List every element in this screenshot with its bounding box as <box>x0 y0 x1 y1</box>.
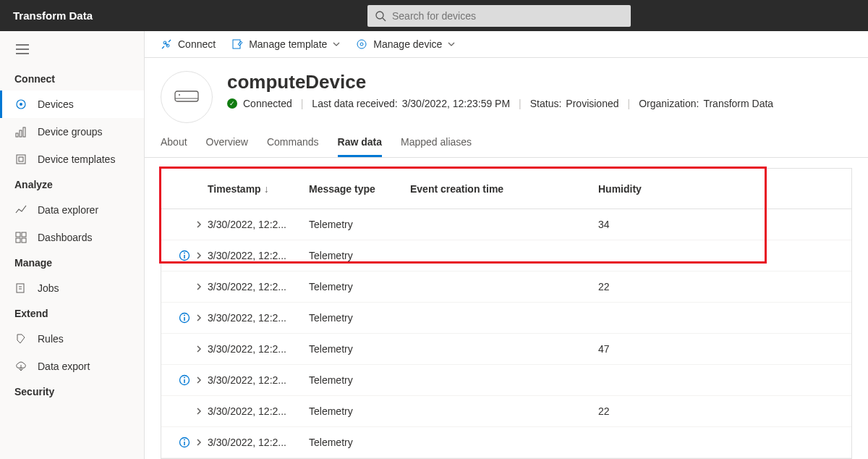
menu-toggle[interactable] <box>0 40 144 67</box>
toolbar-connect[interactable]: Connect <box>161 38 216 50</box>
cell-timestamp: 3/30/2022, 12:2... <box>205 437 306 448</box>
manage-device-icon <box>356 38 367 50</box>
col-timestamp[interactable]: Timestamp↓ <box>205 183 306 195</box>
device-connected: Connected <box>243 98 292 109</box>
org-label: Organization: <box>639 98 699 109</box>
expand-row-icon[interactable] <box>196 282 202 291</box>
tab-overview[interactable]: Overview <box>206 136 248 157</box>
data-explorer-icon <box>14 203 27 216</box>
raw-data-table: Timestamp↓ Message type Event creation t… <box>161 168 852 459</box>
col-message-type[interactable]: Message type <box>306 183 407 195</box>
tab-raw-data[interactable]: Raw data <box>338 136 382 157</box>
separator: | <box>624 98 635 109</box>
svg-rect-22 <box>233 40 240 49</box>
last-data-value: 3/30/2022, 12:23:59 PM <box>402 98 510 109</box>
cell-message-type: Telemetry <box>306 312 407 324</box>
svg-point-6 <box>20 103 22 106</box>
svg-point-33 <box>184 315 185 316</box>
cell-message-type: Telemetry <box>306 437 407 448</box>
main: Connect Manage template Manage device co… <box>145 31 868 459</box>
toolbar-manage-template-label: Manage template <box>249 38 327 50</box>
cell-message-type: Telemetry <box>306 374 407 386</box>
sidebar-item-device-templates[interactable]: Device templates <box>0 146 144 173</box>
last-data-label: Last data received: <box>312 98 397 109</box>
chevron-down-icon <box>448 42 455 46</box>
sidebar-item-device-groups[interactable]: Device groups <box>0 118 144 146</box>
col-event-time[interactable]: Event creation time <box>407 183 595 195</box>
chevron-down-icon <box>333 42 340 46</box>
svg-rect-15 <box>22 238 26 243</box>
nav-heading-analyze: Analyze <box>0 173 144 196</box>
topbar: Transform Data <box>0 0 868 31</box>
sidebar-item-devices[interactable]: Devices <box>0 90 144 118</box>
rules-icon <box>14 332 27 345</box>
expand-row-icon[interactable] <box>196 376 202 384</box>
device-header: computeDevice ✓ Connected | Last data re… <box>145 58 868 123</box>
expand-row-icon[interactable] <box>196 251 202 260</box>
info-icon <box>179 437 190 448</box>
sidebar-item-jobs[interactable]: Jobs <box>0 274 144 302</box>
device-title: computeDevice <box>227 71 773 93</box>
sidebar-item-dashboards[interactable]: Dashboards <box>0 224 144 251</box>
nav-label: Device groups <box>38 126 103 138</box>
sidebar-item-data-export[interactable]: Data export <box>0 353 144 380</box>
search-input[interactable] <box>367 5 631 27</box>
search-wrap <box>367 5 631 27</box>
sidebar-item-rules[interactable]: Rules <box>0 325 144 353</box>
expand-row-icon[interactable] <box>196 313 202 322</box>
svg-rect-12 <box>16 232 20 237</box>
tab-about[interactable]: About <box>161 136 187 157</box>
svg-rect-25 <box>175 91 198 101</box>
tab-mapped-aliases[interactable]: Mapped aliases <box>401 136 472 157</box>
nav-heading-connect: Connect <box>0 67 144 90</box>
device-groups-icon <box>14 125 27 138</box>
nav-label: Devices <box>38 98 74 110</box>
svg-point-30 <box>184 253 185 254</box>
cell-timestamp: 3/30/2022, 12:2... <box>205 312 306 324</box>
separator: | <box>514 98 526 109</box>
manage-template-icon <box>231 38 243 50</box>
nav-label: Data explorer <box>38 204 98 216</box>
device-icon <box>161 71 213 123</box>
table-row[interactable]: 3/30/2022, 12:2...Telemetry47 <box>161 334 851 365</box>
expand-row-icon[interactable] <box>196 220 202 229</box>
toolbar-connect-label: Connect <box>178 38 216 50</box>
data-export-icon <box>14 360 27 373</box>
cell-timestamp: 3/30/2022, 12:2... <box>205 405 306 417</box>
table-row[interactable]: 3/30/2022, 12:2...Telemetry22 <box>161 396 851 427</box>
toolbar-manage-device[interactable]: Manage device <box>356 38 455 50</box>
table-row[interactable]: 3/30/2022, 12:2...Telemetry34 <box>161 209 851 240</box>
cell-message-type: Telemetry <box>306 281 407 292</box>
tab-commands[interactable]: Commands <box>267 136 319 157</box>
cell-message-type: Telemetry <box>306 250 407 261</box>
sidebar-item-data-explorer[interactable]: Data explorer <box>0 196 144 224</box>
table-row[interactable]: 3/30/2022, 12:2...Telemetry <box>161 365 851 396</box>
info-icon <box>179 250 190 261</box>
svg-rect-7 <box>16 133 18 137</box>
expand-row-icon[interactable] <box>196 407 202 416</box>
svg-rect-9 <box>23 127 25 137</box>
nav-heading-manage: Manage <box>0 251 144 274</box>
toolbar-manage-device-label: Manage device <box>373 38 442 50</box>
table-row[interactable]: 3/30/2022, 12:2...Telemetry22 <box>161 271 851 303</box>
expand-row-icon[interactable] <box>196 345 202 353</box>
device-status-line: ✓ Connected | Last data received: 3/30/2… <box>227 98 773 109</box>
svg-point-39 <box>184 439 185 441</box>
cell-humidity: 22 <box>595 281 711 292</box>
info-icon <box>179 312 190 324</box>
cell-timestamp: 3/30/2022, 12:2... <box>205 343 306 355</box>
jobs-icon <box>14 282 27 295</box>
table-row[interactable]: 3/30/2022, 12:2...Telemetry <box>161 240 851 271</box>
expand-row-icon[interactable] <box>196 438 202 447</box>
nav-label: Dashboards <box>38 232 93 243</box>
cell-humidity: 47 <box>595 343 711 355</box>
col-humidity[interactable]: Humidity <box>595 183 711 195</box>
table-row[interactable]: 3/30/2022, 12:2...Telemetry <box>161 303 851 334</box>
svg-rect-13 <box>22 232 26 237</box>
nav-heading-security: Security <box>0 380 144 403</box>
table-row[interactable]: 3/30/2022, 12:2...Telemetry <box>161 427 851 458</box>
toolbar-manage-template[interactable]: Manage template <box>231 38 340 50</box>
cell-message-type: Telemetry <box>306 405 407 417</box>
svg-point-36 <box>184 377 185 379</box>
cell-timestamp: 3/30/2022, 12:2... <box>205 281 306 292</box>
